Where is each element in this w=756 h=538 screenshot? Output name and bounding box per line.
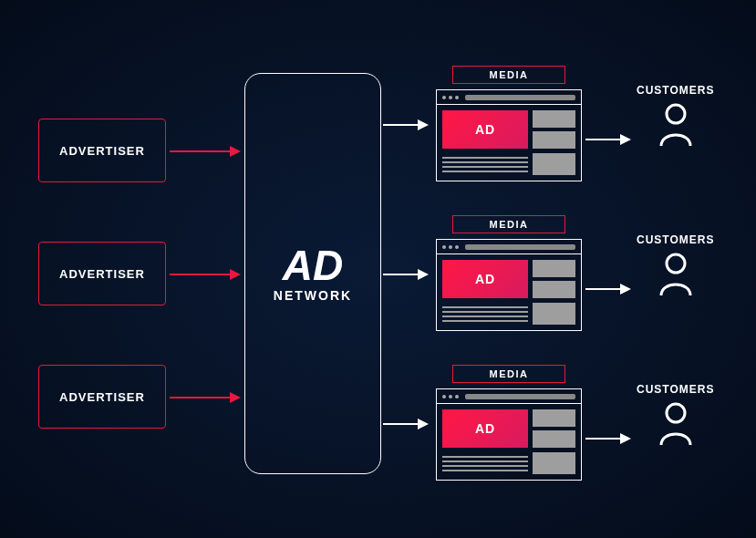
advertiser-label: ADVERTISER xyxy=(59,267,145,281)
window-dot-icon xyxy=(455,395,459,398)
advertiser-box-3: ADVERTISER xyxy=(38,365,166,429)
media-group-2: MEDIA AD xyxy=(436,215,582,331)
media-label: MEDIA xyxy=(452,215,565,233)
media-label: MEDIA xyxy=(452,66,565,84)
advertiser-box-1: ADVERTISER xyxy=(38,119,166,182)
address-bar-icon xyxy=(465,95,575,100)
svg-marker-15 xyxy=(620,284,631,295)
text-line-icon xyxy=(442,456,528,458)
window-dot-icon xyxy=(455,96,459,99)
browser-mock: AD xyxy=(436,89,582,181)
person-icon xyxy=(656,102,696,151)
arrow-customer-3 xyxy=(585,432,631,445)
text-line-icon xyxy=(442,161,528,163)
customer-label: CUSTOMERS xyxy=(637,233,714,246)
content-block xyxy=(533,303,575,325)
content-block xyxy=(533,110,575,128)
customer-group-2: CUSTOMERS xyxy=(637,233,714,301)
svg-point-19 xyxy=(667,254,685,273)
arrow-media-1 xyxy=(383,119,429,131)
person-icon xyxy=(656,252,696,301)
svg-marker-1 xyxy=(230,146,241,157)
arrow-customer-2 xyxy=(585,283,631,295)
content-block xyxy=(533,409,575,427)
browser-bar xyxy=(437,389,581,404)
text-line-icon xyxy=(442,306,528,308)
ad-placement: AD xyxy=(442,260,528,298)
svg-marker-5 xyxy=(230,392,241,403)
svg-marker-13 xyxy=(620,134,631,145)
media-label: MEDIA xyxy=(452,365,565,383)
browser-body: AD xyxy=(437,254,581,330)
arrow-customer-1 xyxy=(585,133,631,146)
content-block xyxy=(533,281,575,298)
media-group-3: MEDIA AD xyxy=(436,365,582,481)
window-dot-icon xyxy=(442,245,446,249)
text-line-icon xyxy=(442,157,528,159)
window-dot-icon xyxy=(455,245,459,249)
svg-point-20 xyxy=(667,404,685,422)
arrow-advertiser-1 xyxy=(170,145,241,158)
browser-bar xyxy=(437,240,581,254)
ad-placement: AD xyxy=(442,409,528,448)
svg-marker-3 xyxy=(230,269,241,280)
text-line-icon xyxy=(442,460,528,462)
advertiser-box-2: ADVERTISER xyxy=(38,242,166,305)
browser-body: AD xyxy=(437,404,581,480)
ad-placement: AD xyxy=(442,110,528,149)
content-block xyxy=(533,131,575,149)
arrow-advertiser-2 xyxy=(170,268,241,281)
svg-marker-17 xyxy=(620,433,631,444)
advertiser-label: ADVERTISER xyxy=(59,390,145,404)
window-dot-icon xyxy=(449,395,452,398)
browser-body: AD xyxy=(437,105,581,181)
svg-marker-11 xyxy=(418,419,429,429)
window-dot-icon xyxy=(449,245,452,249)
window-dot-icon xyxy=(442,96,446,99)
content-block xyxy=(533,153,575,175)
arrow-advertiser-3 xyxy=(170,391,241,404)
arrow-media-3 xyxy=(383,418,429,430)
diagram-stage: ADVERTISER ADVERTISER ADVERTISER AD NETW… xyxy=(0,0,756,538)
customer-group-1: CUSTOMERS xyxy=(637,84,714,151)
svg-point-18 xyxy=(667,105,685,123)
text-line-icon xyxy=(442,166,528,168)
arrow-media-2 xyxy=(383,268,429,281)
svg-marker-9 xyxy=(418,269,429,280)
browser-mock: AD xyxy=(436,239,582,331)
customer-label: CUSTOMERS xyxy=(637,383,714,396)
ad-text: AD xyxy=(475,122,495,137)
browser-bar xyxy=(437,90,581,105)
text-line-icon xyxy=(442,316,528,317)
ad-text: AD xyxy=(475,272,495,286)
svg-marker-7 xyxy=(418,119,429,130)
media-group-1: MEDIA AD xyxy=(436,66,582,181)
window-dot-icon xyxy=(442,395,446,398)
text-line-icon xyxy=(442,465,528,467)
hub-title-big: AD xyxy=(283,244,343,286)
ad-text: AD xyxy=(475,421,495,436)
text-line-icon xyxy=(442,470,528,471)
person-icon xyxy=(656,401,696,450)
address-bar-icon xyxy=(465,394,575,399)
text-line-icon xyxy=(442,171,528,172)
customer-group-3: CUSTOMERS xyxy=(637,383,714,450)
content-block xyxy=(533,452,575,474)
hub-title-small: NETWORK xyxy=(274,288,352,303)
text-line-icon xyxy=(442,320,528,322)
content-block xyxy=(533,430,575,448)
ad-network-hub: AD NETWORK xyxy=(244,73,381,474)
advertiser-label: ADVERTISER xyxy=(59,144,145,158)
window-dot-icon xyxy=(449,96,452,99)
browser-mock: AD xyxy=(436,388,582,481)
customer-label: CUSTOMERS xyxy=(637,84,714,97)
address-bar-icon xyxy=(465,244,575,250)
text-line-icon xyxy=(442,311,528,313)
content-block xyxy=(533,260,575,277)
